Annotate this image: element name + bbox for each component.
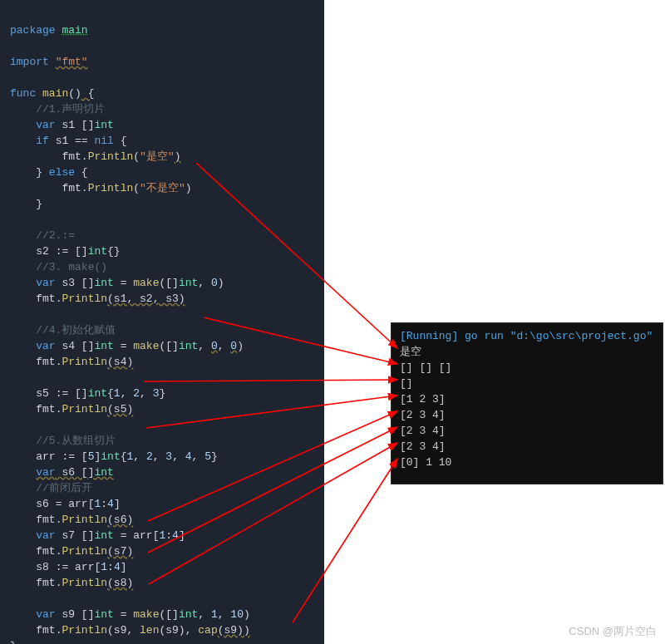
output-line: [2 3 4]	[400, 439, 654, 455]
pkg-main: main	[62, 24, 87, 37]
watermark: CSDN @两片空白	[569, 624, 657, 639]
comment-3: //3. make()	[36, 261, 107, 273]
kw-package: package	[10, 24, 56, 37]
import-path: "fmt"	[56, 56, 88, 68]
output-line: 是空	[400, 344, 654, 360]
kw-func: func	[10, 87, 36, 100]
fn-main: main	[42, 87, 68, 100]
output-line: []	[400, 376, 654, 391]
kw-import: import	[10, 56, 49, 68]
comment-6: //前闭后开	[36, 482, 92, 494]
output-line: [] [] []	[400, 360, 654, 376]
output-run-line: [Running] go run "d:\go\src\project.go"	[400, 328, 654, 344]
output-line: [1 2 3]	[400, 391, 654, 407]
output-line: [0] 1 10	[400, 455, 654, 470]
terminal-output: [Running] go run "d:\go\src\project.go" …	[391, 322, 663, 484]
output-line: [2 3 4]	[400, 407, 654, 423]
output-line: [2 3 4]	[400, 423, 654, 439]
comment-1: //1.声明切片	[36, 103, 105, 116]
str-notempty: "不是空"	[140, 182, 185, 194]
comment-5: //5.从数组切片	[36, 435, 116, 447]
comment-2: //2.:=	[36, 229, 75, 242]
code-editor: package main import "fmt" func main() { …	[0, 0, 324, 644]
comment-4: //4.初始化赋值	[36, 324, 116, 337]
str-empty: "是空"	[140, 150, 175, 163]
